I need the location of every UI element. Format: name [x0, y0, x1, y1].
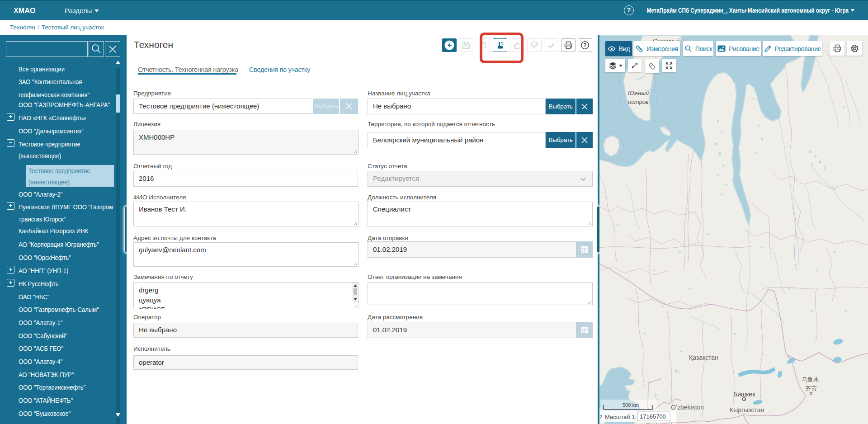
svg-text:Масштаб 1:: Масштаб 1:: [605, 414, 637, 420]
svg-text:Türkmenistan: Türkmenistan: [646, 422, 684, 424]
svg-text:?: ?: [583, 42, 586, 48]
svg-text:Қазақстан: Қазақстан: [689, 354, 718, 361]
svg-text:乌鲁木: 乌鲁木: [802, 376, 819, 383]
svg-text:Кыргызстан: Кыргызстан: [730, 406, 764, 414]
svg-text:17165700: 17165700: [640, 413, 666, 420]
svg-text:Бишкек: Бишкек: [733, 391, 755, 398]
svg-text:Oʻzbekiston: Oʻzbekiston: [671, 404, 704, 411]
svg-text:z: z: [600, 414, 603, 419]
svg-text:500 km: 500 km: [623, 402, 639, 408]
svg-text:остров: остров: [628, 99, 649, 105]
svg-text:齐市: 齐市: [805, 385, 817, 392]
svg-text:Южный: Южный: [628, 90, 649, 96]
